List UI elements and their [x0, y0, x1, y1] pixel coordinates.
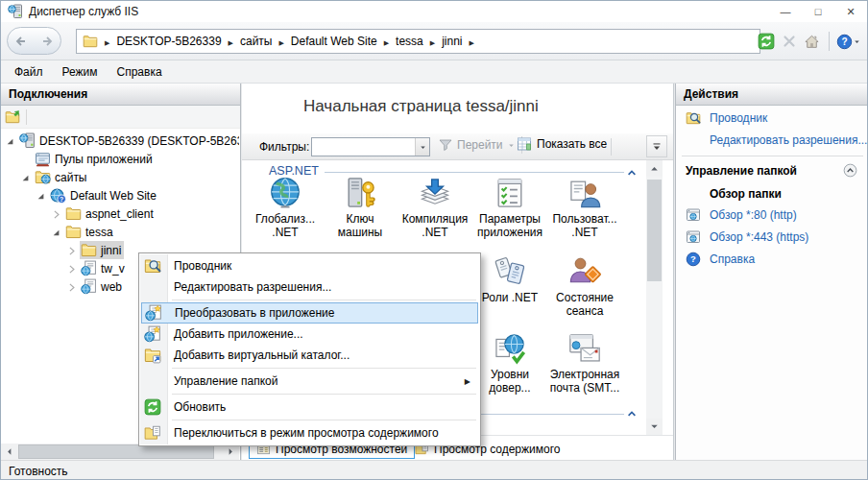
close-button[interactable]: ✕: [834, 1, 867, 22]
scrollbar-thumb[interactable]: [18, 444, 214, 459]
action-link[interactable]: Редактировать разрешения...: [676, 131, 868, 150]
feature-item[interactable]: Компиляция.NET: [398, 176, 472, 239]
refresh-icon: [144, 398, 161, 416]
expander-c-icon[interactable]: [50, 208, 62, 221]
action-link[interactable]: ?Справка: [676, 250, 868, 269]
action-link[interactable]: Обзор *:443 (https): [676, 228, 868, 247]
svg-text:?: ?: [690, 253, 696, 264]
expander-e-icon[interactable]: [50, 227, 62, 239]
context-menu-item[interactable]: Добавить приложение...: [139, 324, 480, 345]
filters-label: Фильтры:: [259, 140, 309, 154]
expander-c-icon[interactable]: [65, 281, 78, 294]
back-icon: [13, 34, 29, 49]
scroll-down-button[interactable]: [646, 419, 663, 435]
scrollbar-thumb[interactable]: [647, 180, 662, 281]
context-menu-item[interactable]: Обновить: [139, 396, 480, 418]
go-button[interactable]: Перейти: [438, 136, 528, 154]
refresh-button[interactable]: [758, 33, 775, 50]
app-sparkle-icon: [144, 325, 161, 343]
show-all-button[interactable]: Показать все: [517, 136, 607, 152]
context-menu-item[interactable]: Управление папкой▶: [139, 371, 480, 392]
toolbar-overflow-button[interactable]: [646, 135, 667, 157]
forward-button[interactable]: [39, 34, 55, 49]
net-users-icon: [567, 176, 602, 210]
feature-item[interactable]: Роли .NET: [472, 254, 547, 304]
expander-c-icon[interactable]: [65, 245, 78, 257]
caret-icon: [419, 143, 427, 152]
breadcrumb-item[interactable]: DESKTOP-5B26339: [116, 35, 221, 48]
scroll-left-button[interactable]: [1, 444, 17, 460]
iis-manager-window: Диспетчер служб IIS —□✕ ▶DESKTOP-5B26339…: [0, 0, 868, 480]
context-menu-item[interactable]: Переключиться в режим просмотра содержим…: [139, 422, 480, 444]
filter-input[interactable]: [312, 138, 415, 156]
menu-item[interactable]: Файл: [5, 62, 53, 82]
maximize-button[interactable]: □: [802, 1, 834, 22]
expander-e-icon[interactable]: [4, 135, 16, 148]
filter-toolbar: Фильтры: Перейти Показать все: [242, 133, 673, 160]
nav-buttons: [7, 27, 61, 55]
expander-e-icon[interactable]: [19, 172, 32, 184]
feature-item[interactable]: Параметрыприложения: [472, 176, 547, 239]
feature-item[interactable]: Уровнидовер...: [472, 331, 547, 395]
tree-item[interactable]: aspnet_client: [1, 204, 239, 223]
collapse-section-button[interactable]: [626, 406, 638, 420]
feature-item[interactable]: Электроннаяпочта (SMT...: [547, 331, 622, 395]
window-title: Диспетчер служб IIS: [29, 5, 138, 18]
expander-e-icon[interactable]: [35, 190, 47, 203]
menu-separator: [172, 368, 476, 369]
stop-button[interactable]: [782, 34, 797, 49]
help-icon: ?: [686, 252, 701, 267]
feature-item[interactable]: Состояниесеанса: [547, 254, 622, 318]
context-menu-item[interactable]: Преобразовать в приложение: [141, 302, 478, 324]
submenu-arrow-icon: ▶: [465, 377, 470, 386]
scroll-up-button[interactable]: [646, 160, 663, 177]
expander-c-icon[interactable]: [65, 263, 78, 276]
sites-icon: [35, 169, 51, 185]
menu-item[interactable]: Справка: [108, 62, 172, 82]
context-menu-item[interactable]: Добавить виртуальный каталог...: [139, 345, 480, 366]
tree-item[interactable]: Пулы приложений: [1, 150, 239, 168]
status-text: Готовность: [9, 465, 68, 478]
feature-item[interactable]: Глобализ....NET: [248, 176, 323, 239]
breadcrumb-item[interactable]: сайты: [240, 35, 273, 48]
tree-item[interactable]: tessa: [1, 223, 239, 241]
explorer-icon: [144, 257, 161, 275]
combobox-dropdown-button[interactable]: [415, 138, 429, 156]
breadcrumb-item[interactable]: Default Web Site: [291, 35, 377, 48]
feature-item[interactable]: Пользоват....NET: [547, 176, 622, 239]
action-link[interactable]: Проводник: [676, 108, 868, 128]
back-button[interactable]: [13, 34, 29, 49]
context-menu-item[interactable]: Редактировать разрешения...: [139, 276, 480, 298]
breadcrumb-item[interactable]: jinni: [442, 35, 462, 48]
app-icon: [81, 260, 97, 276]
context-menu-item[interactable]: Проводник: [139, 255, 480, 276]
save-connection-button[interactable]: [5, 109, 20, 125]
breadcrumb: ▶DESKTOP-5B26339▶сайты▶Default Web Site▶…: [98, 35, 481, 48]
help-button[interactable]: ?: [836, 34, 861, 50]
breadcrumb-separator-icon: ▶: [384, 39, 389, 46]
actions-header: Действия: [676, 84, 868, 106]
collapse-section-button[interactable]: [843, 163, 857, 178]
tree-item[interactable]: сайты: [1, 168, 239, 186]
action-section-header: Управление папкой: [676, 160, 868, 181]
net-roles-icon: [493, 254, 527, 289]
refresh-icon: [758, 33, 775, 50]
tree-item[interactable]: ?Default Web Site: [1, 186, 239, 204]
collapse-section-button[interactable]: [626, 165, 638, 179]
menu-separator: [172, 394, 476, 395]
filter-combobox[interactable]: [311, 137, 430, 156]
menu-item[interactable]: Режим: [53, 62, 108, 82]
action-link[interactable]: Обзор *:80 (http): [676, 205, 868, 225]
home-button[interactable]: [804, 34, 820, 50]
show-all-icon: [517, 136, 532, 152]
tree-item[interactable]: DESKTOP-5B26339 (DESKTOP-5B26339: [1, 132, 239, 150]
maximize-icon: □: [815, 6, 822, 17]
globalization-icon: [268, 176, 302, 210]
forward-icon: [39, 34, 55, 49]
breadcrumb-item[interactable]: tessa: [396, 35, 423, 48]
minimize-button[interactable]: —: [769, 1, 802, 22]
address-box[interactable]: ▶DESKTOP-5B26339▶сайты▶Default Web Site▶…: [76, 29, 760, 54]
feature-item[interactable]: Ключмашины: [323, 176, 398, 239]
page-title: Начальная страница tessa/jinni: [303, 97, 539, 116]
features-vertical-scrollbar[interactable]: [646, 160, 663, 435]
